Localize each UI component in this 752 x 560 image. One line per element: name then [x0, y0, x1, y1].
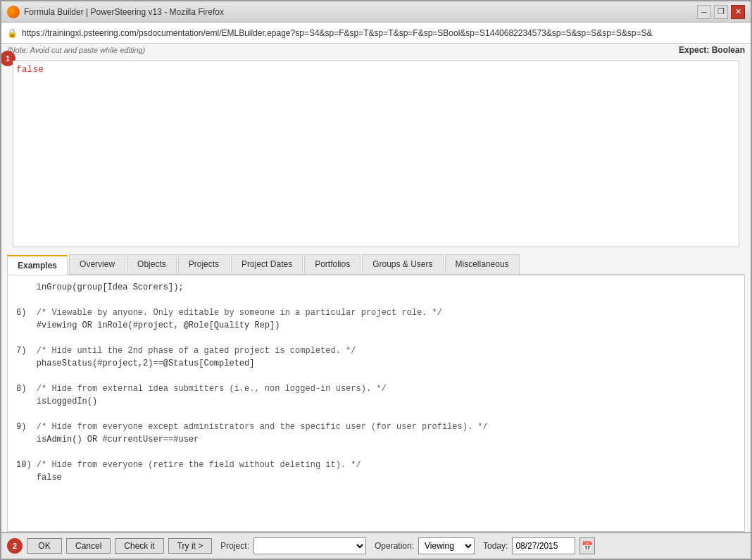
code-item10-code: false [16, 471, 736, 484]
tab-project-dates[interactable]: Project Dates [231, 254, 303, 274]
project-label: Project: [220, 541, 249, 551]
project-select[interactable] [253, 537, 366, 554]
today-input[interactable] [512, 537, 575, 554]
code-item8-code: isLoggedIn() [16, 395, 736, 408]
tab-miscellaneous[interactable]: Miscellaneous [445, 254, 520, 274]
today-label: Today: [483, 541, 508, 551]
code-item7-code: phaseStatus(#project,2)==@Status[Complet… [16, 357, 736, 370]
code-item9-comment: 9) /* Hide from everyone except administ… [16, 421, 736, 433]
close-button[interactable]: ✕ [731, 5, 745, 19]
window-controls: ─ ❐ ✕ [697, 5, 745, 19]
content-area: (Note: Avoid cut and paste while editing… [1, 44, 751, 559]
tab-objects[interactable]: Objects [127, 254, 177, 274]
tabs-section: Examples Overview Objects Projects Proje… [7, 254, 745, 532]
tab-overview[interactable]: Overview [69, 254, 125, 274]
tab-content-examples[interactable]: inGroup(group[Idea Scorers]); 6) /* View… [7, 275, 745, 532]
code-item7-comment: 7) /* Hide until the 2nd phase of a gate… [16, 344, 736, 357]
try-it-button[interactable]: Try it > [168, 538, 213, 554]
operation-select[interactable]: Viewing Editing Creating [418, 537, 475, 554]
formula-editor-container: 1 false [7, 58, 745, 250]
check-it-button[interactable]: Check it [115, 538, 163, 554]
tab-portfolios[interactable]: Portfolios [304, 254, 361, 274]
expect-text: Expect: Boolean [679, 45, 745, 55]
notice-text: (Note: Avoid cut and paste while editing… [7, 46, 145, 54]
tabs-bar: Examples Overview Objects Projects Proje… [7, 254, 745, 275]
ok-button[interactable]: OK [27, 538, 62, 554]
code-item8-comment: 8) /* Hide from external idea submitters… [16, 382, 736, 395]
notice-bar: (Note: Avoid cut and paste while editing… [1, 44, 751, 56]
operation-label: Operation: [375, 541, 414, 551]
address-bar: 🔒 https://trainingxl.psteering.com/psdoc… [1, 23, 751, 44]
tab-groups-users[interactable]: Groups & Users [362, 254, 443, 274]
code-item9-code: isAdmin() OR #currentUser==#user [16, 433, 736, 446]
code-item6-comment: 6) /* Viewable by anyone. Only editable … [16, 306, 736, 319]
url-display: https://trainingxl.psteering.com/psdocum… [22, 28, 653, 38]
window-title: Formula Builder | PowerSteering v13 - Mo… [24, 7, 224, 17]
step-2-badge: 2 [7, 538, 23, 554]
tab-projects[interactable]: Projects [178, 254, 230, 274]
lock-icon: 🔒 [7, 28, 18, 38]
title-bar-left: Formula Builder | PowerSteering v13 - Mo… [7, 6, 224, 18]
browser-window: Formula Builder | PowerSteering v13 - Mo… [0, 0, 752, 560]
cancel-button[interactable]: Cancel [66, 538, 111, 554]
code-item10-comment: 10) /* Hide from everyone (retire the fi… [16, 459, 736, 471]
restore-button[interactable]: ❐ [714, 5, 728, 19]
calendar-button[interactable]: 📅 [579, 537, 595, 554]
formula-editor[interactable]: false [13, 61, 739, 244]
formula-editor-wrapper: false [13, 61, 739, 247]
code-item6-code: #viewing OR inRole(#project, @Role[Quali… [16, 319, 736, 332]
minimize-button[interactable]: ─ [697, 5, 711, 19]
tab-examples[interactable]: Examples [7, 255, 68, 275]
bottom-toolbar: 2 OK Cancel Check it Try it > Project: O… [1, 532, 751, 559]
title-bar: Formula Builder | PowerSteering v13 - Mo… [1, 1, 751, 23]
code-line-intro: inGroup(group[Idea Scorers]); [16, 281, 736, 294]
firefox-icon [7, 6, 20, 18]
